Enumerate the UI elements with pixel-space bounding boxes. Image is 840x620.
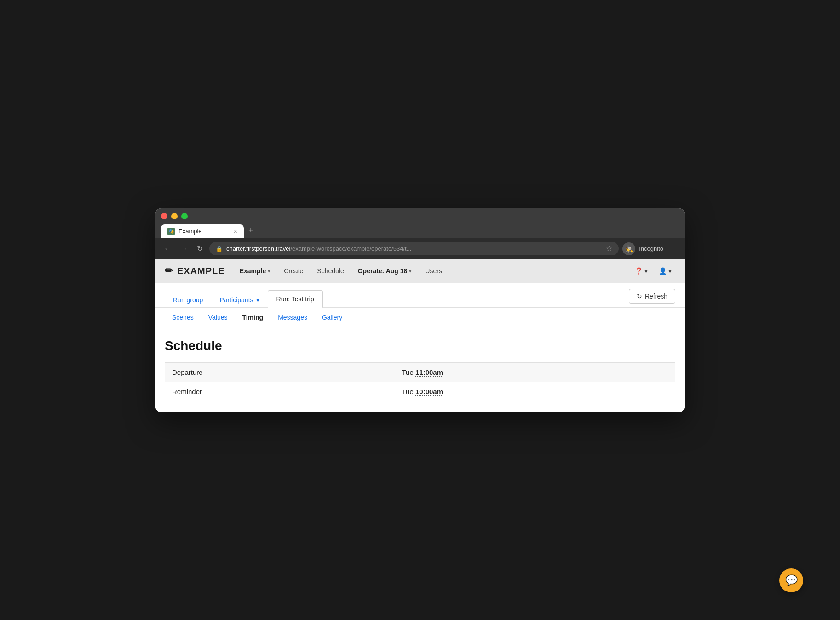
traffic-light-maximize[interactable]: [181, 213, 188, 219]
tab-nav-right: ↻ Refresh: [629, 289, 675, 307]
browser-window: 🎭 Example × + ← → ↻ 🔒 charter.firstperso…: [155, 208, 685, 412]
user-icon: 👤: [659, 267, 667, 275]
sub-tab-gallery[interactable]: Gallery: [315, 308, 350, 327]
nav-item-create-label: Create: [284, 267, 303, 275]
nav-right: ❓ ▾ 👤 ▾: [631, 264, 675, 277]
user-chevron: ▾: [668, 267, 672, 275]
tab-run-group-label: Run group: [173, 296, 203, 304]
logo-text: EXAMPLE: [177, 266, 225, 276]
nav-links: Example ▾ Create Schedule Operate: Aug 1…: [234, 264, 631, 277]
url-path: /example-workspace/example/operate/534/t…: [290, 245, 411, 252]
nav-item-example-label: Example: [240, 267, 266, 275]
traffic-lights: [161, 213, 679, 219]
app-navbar: ✏ EXAMPLE Example ▾ Create Schedule Oper…: [155, 259, 685, 283]
reminder-value: Tue 10:00am: [395, 382, 676, 401]
reminder-day: Tue: [402, 388, 414, 396]
user-button[interactable]: 👤 ▾: [655, 264, 675, 277]
browser-tab-active[interactable]: 🎭 Example ×: [161, 224, 244, 238]
departure-value: Tue 11:00am: [395, 362, 676, 382]
refresh-label: Refresh: [645, 293, 667, 300]
reminder-label: Reminder: [165, 382, 395, 401]
refresh-icon: ↻: [637, 293, 642, 300]
logo-icon: ✏: [165, 265, 173, 277]
sub-tab-timing[interactable]: Timing: [235, 308, 270, 327]
nav-item-operate[interactable]: Operate: Aug 18 ▾: [352, 264, 417, 277]
traffic-light-close[interactable]: [161, 213, 167, 219]
schedule-row-reminder: Reminder Tue 10:00am: [165, 382, 675, 401]
top-tab-nav: Run group Participants ▾ Run: Test trip …: [155, 283, 685, 308]
browser-menu-button[interactable]: ⋮: [667, 242, 679, 256]
sub-tab-timing-label: Timing: [242, 314, 263, 321]
browser-chrome: 🎭 Example × +: [155, 208, 685, 238]
reload-button[interactable]: ↻: [194, 242, 206, 255]
tab-run-group[interactable]: Run group: [165, 292, 211, 308]
nav-item-operate-label: Operate: Aug 18: [358, 267, 408, 275]
nav-chevron-operate: ▾: [409, 269, 411, 274]
nav-item-users[interactable]: Users: [420, 264, 448, 277]
new-tab-button[interactable]: +: [245, 224, 257, 237]
lock-icon: 🔒: [216, 246, 223, 252]
incognito-icon: 🕵: [622, 242, 635, 255]
departure-label: Departure: [165, 362, 395, 382]
sub-tabs: Scenes Values Timing Messages Gallery: [155, 308, 685, 327]
nav-item-create[interactable]: Create: [278, 264, 309, 277]
sub-tab-values[interactable]: Values: [201, 308, 235, 327]
tab-run-test-trip[interactable]: Run: Test trip: [268, 290, 323, 308]
app-logo: ✏ EXAMPLE: [165, 265, 225, 277]
tab-bar: 🎭 Example × +: [161, 224, 679, 238]
incognito-area: 🕵 Incognito: [622, 242, 663, 255]
sub-tab-messages-label: Messages: [278, 314, 307, 321]
chat-fab-button[interactable]: 💬: [779, 568, 803, 592]
sub-tab-values-label: Values: [208, 314, 228, 321]
nav-chevron-example: ▾: [268, 269, 270, 274]
reminder-time: 10:00am: [415, 388, 443, 396]
refresh-button[interactable]: ↻ Refresh: [629, 289, 675, 304]
tab-participants[interactable]: Participants ▾: [211, 292, 267, 308]
tab-favicon: 🎭: [167, 228, 175, 235]
address-bar[interactable]: 🔒 charter.firstperson.travel/example-wor…: [209, 242, 619, 255]
nav-item-schedule[interactable]: Schedule: [311, 264, 349, 277]
sub-tab-scenes-label: Scenes: [172, 314, 194, 321]
help-chevron: ▾: [644, 267, 648, 275]
nav-item-example[interactable]: Example ▾: [234, 264, 276, 277]
departure-day: Tue: [402, 368, 414, 376]
app-content: ✏ EXAMPLE Example ▾ Create Schedule Oper…: [155, 259, 685, 412]
tab-participants-label: Participants: [219, 296, 253, 304]
tab-title: Example: [178, 228, 230, 235]
nav-item-users-label: Users: [425, 267, 442, 275]
tab-close-button[interactable]: ×: [234, 228, 237, 235]
sub-tab-scenes[interactable]: Scenes: [165, 308, 201, 327]
schedule-row-departure: Departure Tue 11:00am: [165, 362, 675, 382]
address-bar-row: ← → ↻ 🔒 charter.firstperson.travel/examp…: [155, 238, 685, 259]
chat-icon: 💬: [785, 574, 798, 586]
departure-time: 11:00am: [415, 368, 443, 376]
traffic-light-minimize[interactable]: [171, 213, 178, 219]
url-domain: charter.firstperson.travel: [226, 245, 290, 252]
help-icon: ❓: [635, 267, 643, 275]
participants-chevron: ▾: [256, 296, 259, 304]
back-button[interactable]: ←: [161, 243, 174, 255]
sub-tab-messages[interactable]: Messages: [270, 308, 315, 327]
bookmark-button[interactable]: ☆: [606, 244, 612, 253]
schedule-table: Departure Tue 11:00am Reminder Tue 10:00…: [165, 362, 675, 401]
tab-run-test-trip-label: Run: Test trip: [276, 295, 314, 303]
page-title: Schedule: [165, 339, 675, 353]
nav-item-schedule-label: Schedule: [317, 267, 344, 275]
address-text: charter.firstperson.travel/example-works…: [226, 245, 602, 252]
incognito-label: Incognito: [639, 245, 663, 252]
main-content: Run group Participants ▾ Run: Test trip …: [155, 283, 685, 412]
sub-tab-gallery-label: Gallery: [322, 314, 342, 321]
help-button[interactable]: ❓ ▾: [631, 264, 651, 277]
forward-button[interactable]: →: [178, 243, 190, 255]
page-body: Schedule Departure Tue 11:00am Reminder: [155, 327, 685, 412]
